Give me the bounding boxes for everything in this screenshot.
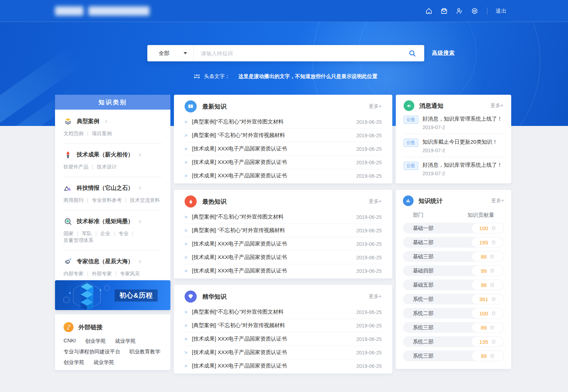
category-link[interactable]: 技术标准（规矩绳墨） (64, 217, 162, 226)
sub-link[interactable]: 商用期刊 (64, 197, 83, 204)
item-date: 2019-06-25 (350, 146, 382, 152)
chevron-bullet-icon: > (185, 268, 187, 274)
external-link[interactable]: 创业学苑 (85, 338, 106, 344)
external-link[interactable]: 就业学苑 (115, 338, 136, 344)
column-dept: 部门 (413, 212, 424, 219)
external-link[interactable]: 职业教育教学 (130, 348, 160, 355)
category-link[interactable]: 典型案例 (64, 117, 162, 126)
sub-link[interactable]: 专家风采 (120, 270, 140, 277)
external-links-panel: 外部链接 CNKI 创业学苑 就业学苑 专业与课程协同建设平台 职业教育教学 创… (55, 314, 170, 370)
more-link[interactable]: 更多+ (369, 198, 382, 205)
sub-link[interactable]: 国家 (64, 230, 73, 237)
notice-text: 知识库截止今日更新20类知识！ (422, 138, 498, 145)
dept-name: 系统三部 (413, 353, 433, 359)
list-item[interactable]: >[技术成果] XXX电子产品国家资质认证书2019-06-25 (185, 237, 382, 250)
chevron-bullet-icon: > (185, 146, 187, 151)
top-bar: 退出 (0, 0, 568, 22)
logout-button[interactable]: 退出 (496, 8, 507, 15)
list-item[interactable]: >[技术成果] XXX电子产品国家资质认证书2019-06-25 (185, 332, 382, 346)
sub-link[interactable]: 技术交流资料 (130, 197, 160, 204)
value-pill: 135 (471, 336, 504, 347)
contribution-value: 89 (481, 325, 487, 331)
sub-link[interactable]: 专业资料参考 (92, 197, 122, 204)
chevron-right-icon (138, 219, 142, 224)
sub-link[interactable]: 军队 (82, 230, 92, 237)
search-input[interactable] (194, 45, 400, 61)
category-link[interactable]: 科技情报（它山之石） (64, 184, 162, 193)
list-item[interactable]: >[典型案例]“不忘初心”对外宣传图文材料2019-06-25 (185, 305, 382, 319)
search-category-select[interactable]: 全部 (147, 45, 193, 61)
knowledge-stats-panel: 知识统计 更多+ 部门 知识贡献量 基础一部100 基础二部195 基础三部88… (396, 190, 511, 369)
list-item[interactable]: >[典型案例] “不忘初心”对外宣传视频材料2019-06-25 (185, 223, 382, 237)
mail-icon[interactable] (440, 7, 448, 15)
more-link[interactable]: 更多+ (369, 103, 382, 110)
search-button[interactable] (400, 45, 424, 61)
more-link[interactable]: 更多+ (369, 293, 382, 300)
sparkle-loop-icon (64, 257, 72, 266)
value-pill: 100 (471, 223, 504, 233)
value-pill: 99 (471, 350, 504, 361)
list-item[interactable]: >[技术成果] XXX电子产品国家资质认证书2019-06-25 (185, 169, 382, 182)
notice-item[interactable]: 公告 知识库截止今日更新20类知识！ 2019-07-2 (404, 134, 503, 157)
sub-link[interactable]: 技术设计 (97, 164, 117, 170)
ticker-text: 这里是滚动播出的文字，不知道放些什么只是展示说明此位置 (239, 73, 378, 80)
list-item[interactable]: >[典型案例]“不忘初心”对外宣传图文材料2019-06-25 (185, 115, 382, 128)
more-link[interactable]: 更多+ (491, 103, 503, 109)
panel-title: 精华知识 (202, 293, 226, 301)
value-pill: 99 (471, 265, 504, 276)
more-link[interactable]: 更多+ (491, 198, 504, 204)
list-item[interactable]: >[技术成果] XXX电子产品国家资质认证书2019-06-25 (185, 359, 382, 372)
list-item[interactable]: >[技术成果] XXX电子产品国家资质认证书2019-06-25 (185, 142, 382, 155)
origin-history-banner[interactable]: 初心&历程 (55, 280, 170, 310)
sub-link[interactable]: 文档范例 (64, 130, 83, 137)
category-item: 典型案例 文档范例| 项目案例 (64, 110, 162, 144)
list-item[interactable]: >[技术成果] XXX电子产品国家资质认证书2019-06-25 (185, 346, 382, 359)
sub-link[interactable]: 质量管理体系 (64, 237, 93, 244)
database-icon (490, 268, 495, 274)
search-icon (408, 49, 416, 57)
external-link[interactable]: CNKI (64, 338, 76, 344)
flame-icon (185, 195, 197, 208)
list-item[interactable]: >[典型案例] “不忘初心”对外宣传视频材料2019-06-25 (185, 128, 382, 142)
divider: | (114, 230, 115, 237)
sub-link[interactable]: 外部专家 (92, 270, 112, 277)
list-item[interactable]: >[典型案例] “不忘初心”对外宣传视频材料2019-06-25 (185, 319, 382, 332)
external-link[interactable]: 创业学苑 (64, 359, 84, 366)
item-title: [技术成果] XXX电子产品国家资质认证书 (192, 241, 287, 247)
user-icon[interactable] (455, 7, 464, 15)
external-links-title: 外部链接 (78, 323, 103, 331)
category-sublinks: 内部专家| 外部专家| 专家风采 (64, 270, 162, 277)
panel-header: 最热知识 更多+ (185, 190, 382, 208)
category-name: 技术成果（薪火相传） (77, 151, 133, 159)
iso-cubes-illustration (61, 280, 118, 310)
gear-icon[interactable] (470, 7, 479, 15)
database-icon (491, 339, 496, 344)
external-link[interactable]: 专业与课程协同建设平台 (64, 348, 120, 355)
notice-badge: 公告 (404, 162, 418, 170)
notice-item[interactable]: 公告 好消息，知识库管理系统上线了！ 2019-07-2 (404, 157, 503, 180)
advanced-search-link[interactable]: 高级搜索 (432, 50, 455, 56)
top-actions: 退出 (425, 0, 507, 22)
list-item[interactable]: >[技术成果] XXX电子产品国家资质认证书2019-06-25 (185, 250, 382, 264)
sub-link[interactable]: 项目案例 (92, 130, 112, 137)
item-date: 2019-06-25 (350, 363, 382, 369)
logo (55, 6, 149, 16)
list-item[interactable]: >[典型案例]“不忘初心”对外宣传图文材料2019-06-25 (185, 210, 382, 223)
list-item[interactable]: >[技术成果] XXX电子产品国家资质认证书2019-06-25 (185, 155, 382, 169)
chevron-bullet-icon: > (185, 323, 187, 328)
home-icon[interactable] (425, 7, 433, 15)
database-icon (490, 353, 495, 359)
sub-link[interactable]: 软硬件产品 (64, 164, 88, 170)
notice-item[interactable]: 公告 好消息，知识库管理系统上线了！ 2019-07-2 (404, 111, 503, 134)
sub-link[interactable]: 企业 (100, 230, 110, 237)
sub-link[interactable]: 内部专家 (64, 270, 83, 277)
sub-link[interactable]: 专业 (119, 230, 129, 237)
category-link[interactable]: 专家信息（星辰大海） (64, 257, 162, 266)
category-link[interactable]: 技术成果（薪火相传） (64, 150, 162, 159)
list-item[interactable]: >[技术成果] XXX电子产品国家资质认证书2019-06-25 (185, 264, 382, 277)
knowledge-categories-panel: 知识类别 典型案例 文档范例| 项目案例 (55, 95, 170, 286)
category-sublinks: 商用期刊| 专业资料参考| 技术交流资料 (64, 197, 162, 204)
value-pill: 98 (471, 280, 504, 290)
notice-body: 好消息，知识库管理系统上线了！ 2019-07-2 (422, 161, 502, 176)
external-link[interactable]: 就业学苑 (93, 359, 114, 366)
